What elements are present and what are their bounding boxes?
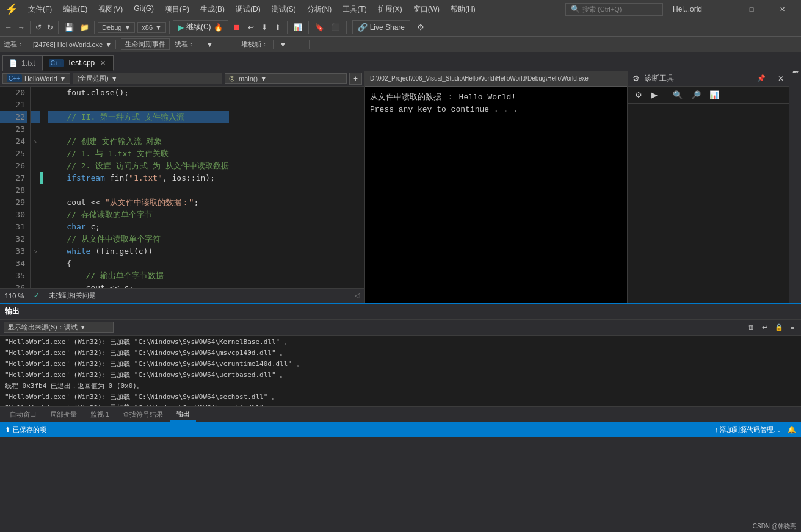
- menu-edit[interactable]: 编辑(E): [58, 2, 92, 17]
- tab-txt-icon: 📄: [9, 59, 18, 67]
- menu-build[interactable]: 生成(B): [195, 2, 230, 17]
- tab-txt[interactable]: 📄 1.txt: [2, 55, 42, 71]
- diag-pin-btn[interactable]: 📌: [757, 74, 766, 82]
- menu-bar[interactable]: 文件(F) 编辑(E) 视图(V) Git(G) 项目(P) 生成(B) 调试(…: [23, 2, 480, 17]
- window-controls[interactable]: — □ ✕: [707, 0, 796, 18]
- code-line: [48, 123, 229, 135]
- bottom-tab-find[interactable]: 查找符号结果: [117, 408, 169, 421]
- toolbar-undo-btn[interactable]: ↺: [33, 21, 44, 34]
- diag-tool-1[interactable]: ⚙: [631, 88, 646, 101]
- diag-chart[interactable]: 📊: [706, 89, 722, 101]
- search-label[interactable]: 搜索 (Ctrl+Q): [582, 5, 622, 14]
- saved-items-label[interactable]: 已保存的项: [13, 425, 46, 434]
- stack-label: 堆栈帧：: [241, 40, 268, 49]
- toolbar-step-out-btn[interactable]: ⬆: [272, 21, 284, 34]
- output-lock-btn[interactable]: 🔒: [772, 322, 786, 332]
- stack-dropdown[interactable]: ▼: [273, 40, 310, 49]
- lifecycle-btn[interactable]: 生命周期事件: [121, 38, 170, 50]
- side-panel-text[interactable]: 资源管理器: [790, 71, 801, 84]
- main-toolbar: ← → ↺ ↻ 💾 📁 Debug ▼ x86 ▼ ▶ 继续(C) 🔥 ⏹ ↩ …: [0, 18, 801, 37]
- marker[interactable]: ▷: [31, 135, 40, 148]
- bottom-tab-watch[interactable]: 监视 1: [84, 408, 115, 421]
- code-line: fout.close();: [48, 87, 229, 99]
- zoom-level[interactable]: 110 %: [5, 292, 24, 300]
- platform-dropdown[interactable]: x86 ▼: [137, 22, 166, 33]
- toolbar-bookmark-btn[interactable]: 🔖: [312, 21, 327, 34]
- code-editor[interactable]: 20 21 22 23 24 25 26 27 28 29 30 31 32: [0, 87, 364, 288]
- thread-dropdown[interactable]: ▼: [200, 40, 236, 49]
- diag-settings-btn[interactable]: ⚙: [632, 74, 640, 83]
- toolbar-perf-btn[interactable]: 📊: [291, 21, 305, 33]
- menu-git[interactable]: Git(G): [129, 2, 159, 17]
- process-arrow: ▼: [105, 41, 112, 48]
- toolbar-settings-btn[interactable]: ⚙: [414, 21, 427, 34]
- close-button[interactable]: ✕: [768, 0, 796, 18]
- output-clear-btn[interactable]: 🗑: [745, 322, 758, 332]
- toolbar-step-in-btn[interactable]: ⬇: [258, 21, 270, 34]
- maximize-button[interactable]: □: [738, 0, 766, 18]
- bottom-tab-local[interactable]: 局部变量: [44, 408, 83, 421]
- menu-tools[interactable]: 工具(T): [338, 2, 371, 17]
- minimize-button[interactable]: —: [707, 0, 735, 18]
- diag-zoom-out[interactable]: 🔎: [688, 89, 704, 101]
- editor-tab-bar: 📄 1.txt C++ Test.cpp ✕: [0, 52, 801, 71]
- live-share-icon: 🔗: [358, 23, 368, 32]
- diag-separator: [665, 90, 665, 100]
- diag-close-btn[interactable]: ✕: [778, 74, 784, 83]
- notification-icon[interactable]: 🔔: [788, 426, 796, 434]
- toolbar-bookmark2-btn[interactable]: ⬛: [328, 21, 343, 33]
- menu-help[interactable]: 帮助(H): [446, 2, 480, 17]
- debug-config-dropdown[interactable]: Debug ▼: [98, 22, 135, 33]
- toolbar-step-over-btn[interactable]: ↩: [245, 21, 257, 34]
- toolbar-back-btn[interactable]: ←: [2, 21, 15, 34]
- code-content[interactable]: fout.close(); // II. 第一种方式 文件输入流 // 创建 文…: [43, 87, 234, 288]
- bottom-tab-output[interactable]: 输出: [170, 408, 196, 422]
- tab-cpp-close[interactable]: ✕: [98, 59, 107, 67]
- line-number: 21: [0, 99, 27, 111]
- marker: [31, 160, 40, 172]
- status-ok-icon: ✓: [34, 292, 39, 300]
- add-member-btn[interactable]: +: [349, 73, 362, 85]
- continue-button[interactable]: ▶ 继续(C) 🔥: [173, 20, 228, 34]
- output-filter-btn[interactable]: ≡: [788, 322, 797, 332]
- marker[interactable]: ▷: [31, 245, 40, 257]
- diag-header: ⚙ 诊断工具 📌 — ✕: [628, 71, 789, 87]
- func-icon: ◎: [229, 74, 235, 82]
- menu-view[interactable]: 视图(V): [93, 2, 128, 17]
- menu-project[interactable]: 项目(P): [160, 2, 194, 17]
- toolbar-redo-btn[interactable]: ↻: [45, 21, 56, 34]
- flame-icon: 🔥: [214, 23, 223, 32]
- menu-test[interactable]: 测试(S): [267, 2, 301, 17]
- toolbar-record-btn[interactable]: ⏹: [230, 21, 244, 34]
- bottom-tab-auto[interactable]: 自动窗口: [4, 408, 43, 421]
- output-line: "HelloWorld.exe" (Win32): 已加载 "C:\Window…: [5, 359, 796, 370]
- file-scope-dropdown[interactable]: C++ HelloWorld ▼: [2, 73, 70, 84]
- output-wrap-btn[interactable]: ↩: [759, 322, 770, 332]
- status-right[interactable]: ↑ 添加到源代码管理…: [714, 425, 780, 434]
- scope-dropdown[interactable]: (全局范围) ▼: [73, 73, 222, 84]
- output-line: "HelloWorld.exe" (Win32): 已加载 "C:\Window…: [5, 337, 796, 348]
- menu-extensions[interactable]: 扩展(X): [373, 2, 407, 17]
- line-number: 36: [0, 282, 27, 288]
- menu-file[interactable]: 文件(F): [23, 2, 57, 17]
- diag-zoom-in[interactable]: 🔍: [670, 89, 686, 101]
- status-bar: ⬆ 已保存的项 ↑ 添加到源代码管理… 🔔 CSDN @韩骁亮: [0, 422, 801, 437]
- tab-cpp[interactable]: C++ Test.cpp ✕: [42, 55, 114, 71]
- toolbar-save-btn[interactable]: 💾: [61, 21, 77, 34]
- diag-minimize-btn[interactable]: —: [768, 74, 775, 83]
- process-dropdown[interactable]: [24768] HelloWorld.exe ▼: [29, 40, 116, 49]
- separator-4: [169, 21, 170, 34]
- toolbar-forward-btn[interactable]: →: [15, 21, 27, 34]
- diag-tool-2[interactable]: ▶: [648, 89, 661, 101]
- live-share-label: Live Share: [370, 23, 405, 32]
- live-share-button[interactable]: 🔗 Live Share: [352, 20, 410, 34]
- separator-5: [287, 21, 288, 34]
- output-toolbar-btns: 🗑 ↩ 🔒 ≡: [745, 322, 797, 332]
- menu-window[interactable]: 窗口(W): [408, 2, 444, 17]
- output-source-dropdown[interactable]: 显示输出来源(S)：调试 ▼: [4, 322, 114, 333]
- diag-toolbar: ⚙ ▶ 🔍 🔎 📊: [628, 87, 789, 104]
- toolbar-save-all-btn[interactable]: 📁: [78, 21, 92, 34]
- menu-debug[interactable]: 调试(D): [231, 2, 266, 17]
- function-dropdown[interactable]: ◎ main() ▼: [225, 73, 347, 84]
- menu-analyze[interactable]: 分析(N): [302, 2, 337, 17]
